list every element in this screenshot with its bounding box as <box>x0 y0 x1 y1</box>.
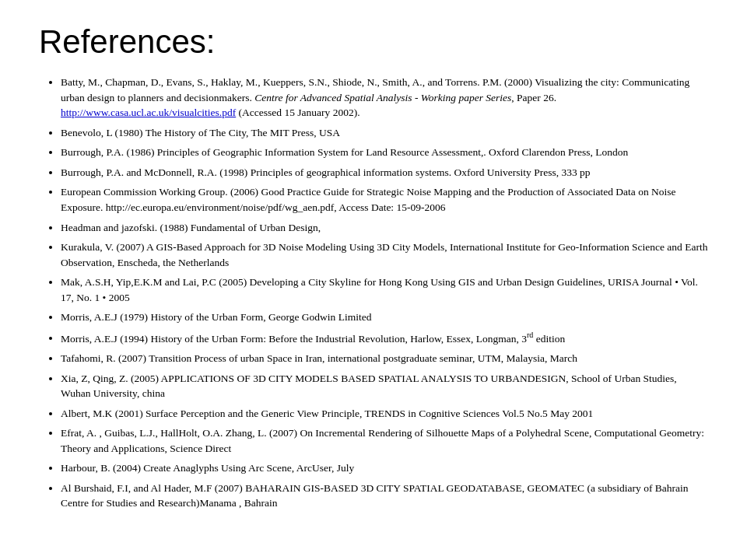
list-item: Efrat, A. , Guibas, L.J., HallHolt, O.A.… <box>61 425 708 456</box>
ref-text: Kurakula, V. (2007) A GIS-Based Approach… <box>61 241 707 268</box>
list-item: Tafahomi, R. (2007) Transition Process o… <box>61 351 708 366</box>
list-item: European Commission Working Group. (2006… <box>61 184 708 215</box>
ref-text: Morris, A.E.J (1994) History of the Urba… <box>61 332 527 344</box>
list-item: Albert, M.K (2001) Surface Perception an… <box>61 406 708 422</box>
ref-text: Burrough, P.A. and McDonnell, R.A. (1998… <box>61 166 591 178</box>
ref-text: Xia, Z, Qing, Z. (2005) APPLICATIONS OF … <box>61 373 677 400</box>
list-item: Burrough, P.A. (1986) Principles of Geog… <box>61 145 708 160</box>
list-item: Mak, A.S.H, Yip,E.K.M and Lai, P.C (2005… <box>61 275 708 305</box>
ref-text2: , Paper 26. <box>511 92 556 103</box>
ref-text: Tafahomi, R. (2007) Transition Process o… <box>61 352 577 364</box>
list-item: Xia, Z, Qing, Z. (2005) APPLICATIONS OF … <box>61 371 708 401</box>
list-item: Benevolo, L (1980) The History of The Ci… <box>61 125 708 141</box>
ref-text2: edition <box>533 332 565 344</box>
list-item: Morris, A.E.J (1994) History of the Urba… <box>61 330 708 346</box>
ref-text: Albert, M.K (2001) Surface Perception an… <box>61 408 593 419</box>
list-item: Morris, A.E.J (1979) History of the Urba… <box>61 310 708 325</box>
ref-text: Burrough, P.A. (1986) Principles of Geog… <box>61 146 628 158</box>
ref-italic: Centre for Advanced Spatial Analysis - W… <box>254 92 511 103</box>
ref-text: Headman and jazofski. (1988) Fundamental… <box>61 222 321 233</box>
list-item: Headman and jazofski. (1988) Fundamental… <box>61 220 708 236</box>
list-item: Al Burshaid, F.I, and Al Hader, M.F (200… <box>61 481 708 511</box>
list-item: Batty, M., Chapman, D., Evans, S., Hakla… <box>61 75 708 121</box>
list-item: Kurakula, V. (2007) A GIS-Based Approach… <box>61 240 708 270</box>
ref-text: Mak, A.S.H, Yip,E.K.M and Lai, P.C (2005… <box>61 276 698 303</box>
ref-text: Al Burshaid, F.I, and Al Hader, M.F (200… <box>61 482 689 509</box>
references-list: Batty, M., Chapman, D., Evans, S., Hakla… <box>39 75 708 511</box>
ref-text: Benevolo, L (1980) The History of The Ci… <box>61 127 340 138</box>
ref-link[interactable]: http://www.casa.ucl.ac.uk/visualcities.p… <box>61 107 236 118</box>
ref-text: European Commission Working Group. (2006… <box>61 186 676 213</box>
ref-text: Efrat, A. , Guibas, L.J., HallHolt, O.A.… <box>61 427 704 454</box>
ref-text: Harbour, B. (2004) Create Anaglyphs Usin… <box>61 462 354 474</box>
list-item: Harbour, B. (2004) Create Anaglyphs Usin… <box>61 460 708 476</box>
list-item: Burrough, P.A. and McDonnell, R.A. (1998… <box>61 165 708 180</box>
page-heading: References: <box>39 23 708 61</box>
ref-text3: (Accessed 15 January 2002). <box>236 107 359 118</box>
ref-text: Morris, A.E.J (1979) History of the Urba… <box>61 311 371 323</box>
